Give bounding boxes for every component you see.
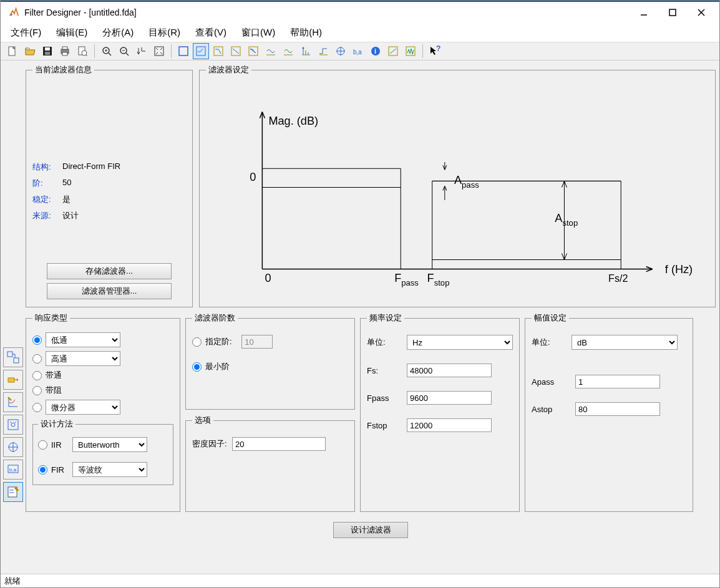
statusbar: 就绪 — [1, 574, 719, 587]
apass-field[interactable] — [575, 375, 660, 388]
side-mode-design-icon[interactable] — [3, 482, 23, 502]
fpass-field[interactable] — [407, 391, 492, 405]
phase-delay-icon[interactable] — [280, 43, 296, 59]
svg-text:Apass: Apass — [454, 174, 479, 190]
filter-info-legend: 当前滤波器信息 — [32, 64, 94, 75]
fs-field[interactable] — [407, 364, 492, 377]
fstop-label: Fstop — [367, 421, 407, 430]
step-response-icon[interactable] — [315, 43, 331, 59]
specify-order-radio[interactable] — [192, 337, 202, 347]
side-mode-4-icon[interactable] — [3, 415, 23, 435]
highpass-radio[interactable] — [32, 354, 42, 364]
full-view-icon[interactable] — [175, 43, 192, 59]
filter-spec-legend: 滤波器设定 — [206, 64, 251, 75]
info-icon[interactable]: i — [367, 43, 384, 59]
side-mode-5-icon[interactable] — [3, 437, 23, 457]
lowpass-combo[interactable]: 低通 — [46, 332, 120, 347]
density-field[interactable] — [232, 437, 326, 451]
print-preview-icon[interactable] — [74, 43, 90, 59]
mag-units-label: 单位: — [532, 337, 572, 348]
bandstop-radio[interactable] — [32, 386, 42, 395]
iir-radio[interactable] — [38, 440, 47, 450]
minimize-button[interactable] — [630, 3, 658, 22]
lowpass-radio[interactable] — [32, 335, 42, 345]
svg-point-0 — [11, 14, 12, 16]
iir-method-combo[interactable]: Butterworth — [72, 437, 147, 452]
zoom-fit-icon[interactable] — [151, 43, 167, 59]
svg-point-49 — [11, 423, 15, 427]
print-icon[interactable] — [57, 43, 73, 59]
svg-text:Fpass: Fpass — [394, 272, 419, 287]
svg-rect-11 — [62, 52, 67, 55]
new-icon[interactable] — [4, 43, 21, 59]
bandpass-label: 带通 — [46, 370, 62, 381]
menu-file[interactable]: 文件(F) — [7, 26, 45, 40]
bandstop-label: 带阻 — [46, 385, 62, 396]
magnitude-spec-legend: 幅值设定 — [532, 312, 569, 324]
side-mode-6-icon[interactable]: b,a — [3, 460, 23, 480]
filter-spec-icon[interactable] — [193, 43, 209, 59]
highpass-combo[interactable]: 高通 — [46, 351, 120, 366]
svg-rect-45 — [7, 352, 12, 357]
mag-est-icon[interactable] — [385, 43, 401, 59]
zoom-out-icon[interactable] — [116, 43, 132, 59]
side-mode-3-icon[interactable] — [3, 392, 23, 412]
side-mode-1-icon[interactable] — [3, 347, 23, 367]
open-icon[interactable] — [22, 43, 38, 59]
side-mode-2-icon[interactable] — [3, 370, 23, 390]
group-delay-icon[interactable] — [263, 43, 279, 59]
mag-response-icon[interactable] — [210, 43, 226, 59]
design-filter-button[interactable]: 设计滤波器 — [333, 522, 408, 538]
impulse-response-icon[interactable] — [298, 43, 314, 59]
zoom-x-icon[interactable] — [134, 43, 150, 59]
svg-rect-48 — [8, 420, 18, 430]
maximize-button[interactable] — [658, 3, 687, 22]
svg-rect-10 — [62, 47, 67, 49]
specify-order-field[interactable] — [241, 335, 273, 349]
fir-radio[interactable] — [38, 465, 47, 475]
minimum-order-radio[interactable] — [192, 362, 202, 372]
svg-text:Fstop: Fstop — [427, 272, 450, 287]
svg-text:0: 0 — [250, 171, 256, 183]
svg-rect-2 — [669, 9, 676, 16]
menu-window[interactable]: 窗口(W) — [238, 26, 279, 40]
svg-rect-7 — [45, 47, 50, 51]
mag-phase-icon[interactable] — [245, 43, 261, 59]
save-icon[interactable] — [39, 43, 56, 59]
bandpass-radio[interactable] — [32, 371, 42, 380]
menu-view[interactable]: 查看(V) — [192, 26, 230, 40]
pole-zero-icon[interactable] — [333, 43, 349, 59]
freq-units-combo[interactable]: Hz — [407, 335, 513, 350]
minimum-order-label: 最小阶 — [205, 361, 230, 372]
window-title: Filter Designer - [untitled.fda] — [24, 7, 630, 17]
frequency-spec-panel: 频率设定 单位:Hz Fs: Fpass Fstop — [360, 312, 520, 512]
svg-point-13 — [82, 51, 87, 55]
svg-rect-47 — [8, 378, 14, 382]
menu-analysis[interactable]: 分析(A) — [99, 26, 137, 40]
mag-units-combo[interactable]: dB — [572, 335, 678, 350]
zoom-in-icon[interactable] — [99, 43, 115, 59]
info-structure-value: Direct-Form FIR — [62, 161, 120, 173]
fstop-field[interactable] — [407, 418, 492, 432]
help-pointer-icon[interactable]: ? — [427, 43, 443, 59]
store-filter-button[interactable]: 存储滤波器... — [47, 263, 172, 279]
menu-targets[interactable]: 目标(R) — [145, 26, 184, 40]
diff-radio[interactable] — [32, 403, 42, 412]
diff-combo[interactable]: 微分器 — [46, 400, 120, 415]
menu-help[interactable]: 帮助(H) — [286, 26, 326, 40]
filter-manager-button[interactable]: 滤波器管理器... — [47, 283, 172, 299]
astop-field[interactable] — [575, 402, 660, 416]
coefficients-icon[interactable]: b,a — [350, 43, 366, 59]
close-button[interactable] — [687, 3, 716, 22]
response-type-legend: 响应类型 — [32, 312, 70, 324]
noise-icon[interactable] — [402, 43, 419, 59]
svg-point-32 — [303, 47, 304, 49]
design-method-legend: 设计方法 — [38, 418, 75, 430]
svg-text:?: ? — [436, 45, 440, 53]
fir-method-combo[interactable]: 等波纹 — [72, 462, 147, 477]
filter-spec-panel: 滤波器设定 Mag. (dB) 0 0 f (Hz) — [199, 64, 716, 307]
phase-response-icon[interactable] — [228, 43, 244, 59]
menu-edit[interactable]: 编辑(E) — [52, 26, 91, 40]
response-type-panel: 响应类型 低通 高通 带通 带阻 微分器 设计方法 IIRButterworth… — [26, 312, 180, 512]
menubar: 文件(F) 编辑(E) 分析(A) 目标(R) 查看(V) 窗口(W) 帮助(H… — [1, 23, 719, 42]
